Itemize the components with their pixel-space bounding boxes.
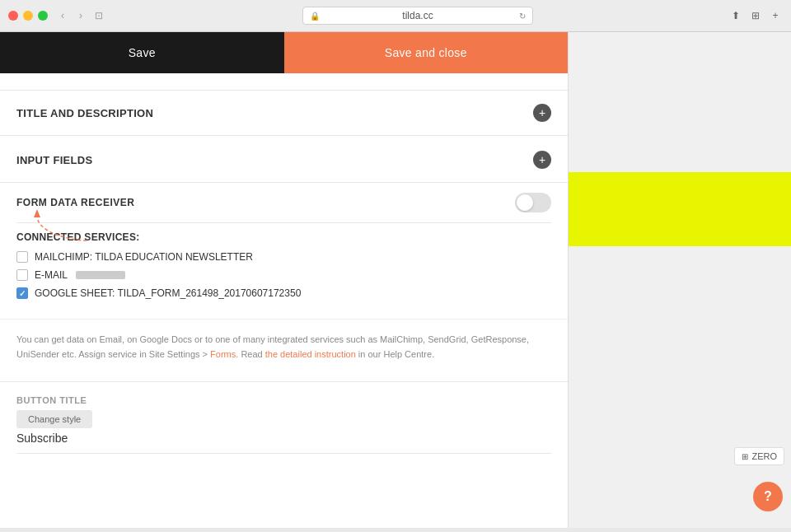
lock-icon: 🔒 [310, 12, 320, 21]
google-sheet-checkbox[interactable] [16, 287, 28, 299]
mailchimp-text: MAILCHIMP: TILDA EDUCATION NEWSLETTER [35, 251, 253, 263]
share-button[interactable]: ⬆ [728, 8, 743, 23]
email-label-text: E-MAIL [35, 269, 68, 281]
back-button[interactable]: ‹ [54, 7, 71, 24]
button-title-field-label: BUTTON TITLE [16, 395, 551, 405]
info-end-text: in our Help Centre. [356, 349, 434, 359]
url-text: tilda.cc [402, 10, 433, 21]
service-item-google-sheet: GOOGLE SHEET: TILDA_FORM_261498_20170607… [16, 287, 551, 299]
panel: Save Save and close TITLE AND DESCRIPTIO… [0, 32, 569, 528]
help-icon: ? [764, 489, 772, 504]
email-blurred-value [76, 271, 125, 279]
input-fields-section: INPUT FIELDS + [0, 138, 568, 183]
input-fields-label: INPUT FIELDS [16, 154, 92, 166]
google-sheet-text: GOOGLE SHEET: TILDA_FORM_261498_20170607… [35, 287, 301, 299]
main-wrapper: Save Save and close TITLE AND DESCRIPTIO… [0, 32, 791, 528]
zero-icon: ⊞ [742, 452, 748, 461]
help-button[interactable]: ? [753, 482, 783, 511]
traffic-light-yellow[interactable] [23, 11, 33, 21]
input-fields-toggle[interactable]: + [533, 151, 551, 169]
service-item-mailchimp: MAILCHIMP: TILDA EDUCATION NEWSLETTER [16, 251, 551, 263]
connected-services-section: CONNECTED SERVICES: MAILCHIMP: TILDA EDU… [0, 223, 568, 319]
zero-button[interactable]: ⊞ ZERO [734, 447, 784, 465]
plus-icon-2: + [539, 154, 545, 166]
new-tab-button[interactable]: + [768, 8, 783, 23]
email-checkbox[interactable] [16, 269, 28, 281]
forms-link[interactable]: Forms [210, 349, 236, 359]
connected-services-label: CONNECTED SERVICES: [16, 231, 551, 243]
browser-actions: ⬆ ⊞ + [728, 8, 783, 23]
mailchimp-checkbox[interactable] [16, 251, 28, 263]
info-middle-text: . Read [236, 349, 264, 359]
browser-chrome: ‹ › ⊡ 🔒 tilda.cc ↻ ⬆ ⊞ + [0, 0, 791, 32]
nav-buttons: ‹ › ⊡ [54, 7, 107, 24]
form-data-toggle[interactable] [515, 193, 551, 212]
service-item-email: E-MAIL [16, 269, 551, 281]
sidebar-toggle-button[interactable]: ⊡ [91, 7, 107, 24]
title-description-label: TITLE AND DESCRIPTION [16, 107, 153, 119]
plus-icon: + [539, 107, 545, 119]
button-title-section: BUTTON TITLE Change style Subscribe [0, 381, 568, 454]
content: TITLE AND DESCRIPTION + INPUT FIELDS + F… [0, 73, 568, 470]
info-text: You can get data on Email, on Google Doc… [16, 333, 551, 362]
zero-label: ZERO [751, 451, 777, 461]
forward-button[interactable]: › [73, 7, 89, 24]
instruction-link[interactable]: the detailed instruction [265, 349, 356, 359]
change-style-button[interactable]: Change style [16, 410, 92, 428]
form-data-receiver-section: FORM DATA RECEIVER [0, 183, 568, 222]
sidebar-right: ⊞ ZERO ? [569, 32, 791, 528]
traffic-light-red[interactable] [8, 11, 18, 21]
traffic-light-green[interactable] [38, 11, 48, 21]
title-description-section: TITLE AND DESCRIPTION + [0, 90, 568, 136]
add-tab-button[interactable]: ⊞ [748, 8, 763, 23]
traffic-lights [8, 11, 48, 21]
field-underline [16, 453, 551, 454]
info-text-block: You can get data on Email, on Google Doc… [0, 319, 568, 375]
refresh-icon: ↻ [519, 12, 526, 21]
title-description-toggle[interactable]: + [533, 104, 551, 122]
address-bar[interactable]: 🔒 tilda.cc ↻ [302, 7, 533, 25]
save-button[interactable]: Save [0, 32, 284, 73]
toolbar: Save Save and close [0, 32, 568, 73]
save-close-button[interactable]: Save and close [284, 32, 569, 73]
button-title-value-row: Change style [16, 410, 551, 428]
button-title-value: Subscribe [16, 432, 551, 445]
address-bar-container: 🔒 tilda.cc ↻ [114, 7, 722, 25]
form-data-label: FORM DATA RECEIVER [16, 197, 134, 208]
yellow-preview-block [569, 172, 791, 246]
